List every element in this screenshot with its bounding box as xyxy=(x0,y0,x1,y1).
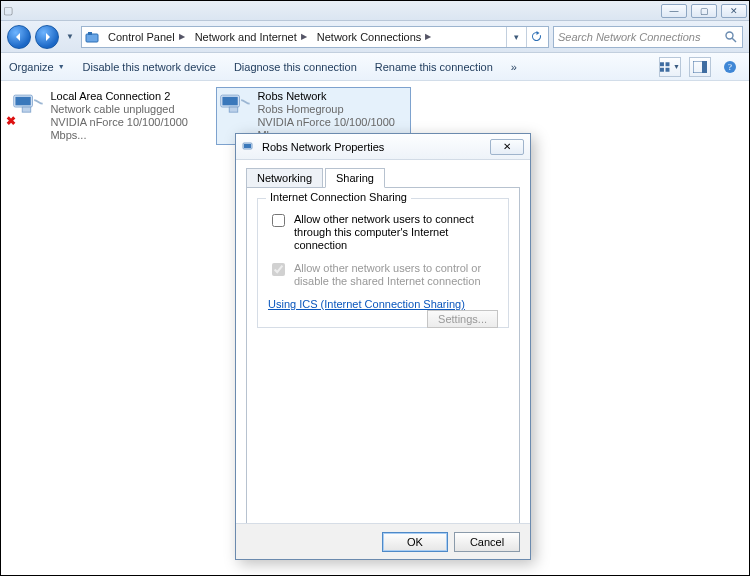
refresh-button[interactable] xyxy=(526,27,546,47)
chevron-right-icon[interactable]: ▶ xyxy=(423,32,433,41)
preview-pane-button[interactable] xyxy=(689,57,711,77)
svg-text:?: ? xyxy=(728,62,732,72)
overflow-button[interactable]: » xyxy=(511,61,517,73)
search-icon xyxy=(724,30,738,44)
tab-sharing[interactable]: Sharing xyxy=(325,168,385,188)
allow-control-checkbox xyxy=(272,263,285,276)
svg-line-3 xyxy=(732,38,736,42)
address-dropdown[interactable]: ▾ xyxy=(506,27,526,47)
nic-icon: ✖ xyxy=(12,90,44,124)
button-label: Cancel xyxy=(470,536,504,548)
location-icon xyxy=(84,29,100,45)
forward-button[interactable] xyxy=(35,25,59,49)
connection-status: Robs Homegroup xyxy=(257,103,408,116)
overflow-label: » xyxy=(511,61,517,73)
button-label: Settings... xyxy=(438,313,487,325)
menu-label: Organize xyxy=(9,61,54,73)
crumb-network-internet[interactable]: Network and Internet ▶ xyxy=(191,27,313,47)
crumb-control-panel[interactable]: Control Panel ▶ xyxy=(104,27,191,47)
disable-device-button[interactable]: Disable this network device xyxy=(83,61,216,73)
button-label: Disable this network device xyxy=(83,61,216,73)
chevron-down-icon: ▼ xyxy=(58,63,65,70)
history-dropdown[interactable]: ▼ xyxy=(63,28,77,46)
chevron-right-icon[interactable]: ▶ xyxy=(299,32,309,41)
ics-help-link[interactable]: Using ICS (Internet Connection Sharing) xyxy=(268,298,465,310)
caption-buttons: — ▢ ✕ xyxy=(661,4,747,18)
help-button[interactable]: ? xyxy=(719,57,741,77)
back-button[interactable] xyxy=(7,25,31,49)
error-icon: ✖ xyxy=(6,114,18,126)
breadcrumb-bar[interactable]: Control Panel ▶ Network and Internet ▶ N… xyxy=(81,26,549,48)
ok-button[interactable]: OK xyxy=(382,532,448,552)
settings-button: Settings... xyxy=(427,310,498,328)
chevron-right-icon[interactable]: ▶ xyxy=(177,32,187,41)
svg-rect-4 xyxy=(660,62,664,66)
tab-networking[interactable]: Networking xyxy=(246,168,323,188)
allow-connect-checkbox[interactable] xyxy=(272,214,285,227)
dialog-title: Robs Network Properties xyxy=(262,141,384,153)
link-label: Using ICS (Internet Connection Sharing) xyxy=(268,298,465,310)
crumb-label: Network and Internet xyxy=(195,31,297,43)
dialog-footer: OK Cancel xyxy=(236,523,530,559)
rename-button[interactable]: Rename this connection xyxy=(375,61,493,73)
chevron-down-icon: ▼ xyxy=(673,63,680,70)
svg-rect-0 xyxy=(86,34,98,42)
svg-rect-1 xyxy=(88,32,92,35)
organize-menu[interactable]: Organize ▼ xyxy=(9,61,65,73)
dialog-close-button[interactable]: ✕ xyxy=(490,139,524,155)
svg-point-2 xyxy=(726,32,733,39)
help-icon: ? xyxy=(723,60,737,74)
command-bar: Organize ▼ Disable this network device D… xyxy=(1,53,749,81)
nav-bar: ▼ Control Panel ▶ Network and Internet ▶… xyxy=(1,21,749,53)
arrow-right-icon xyxy=(41,31,53,43)
close-button[interactable]: ✕ xyxy=(721,4,747,18)
dialog-titlebar[interactable]: Robs Network Properties ✕ xyxy=(236,134,530,160)
properties-dialog: Robs Network Properties ✕ Networking Sha… xyxy=(235,133,531,560)
svg-rect-13 xyxy=(15,97,30,106)
ics-groupbox: Internet Connection Sharing Allow other … xyxy=(257,198,509,328)
cancel-button[interactable]: Cancel xyxy=(454,532,520,552)
crumb-network-connections[interactable]: Network Connections ▶ xyxy=(313,27,438,47)
nic-small-icon xyxy=(242,140,256,154)
window-title: ▢ xyxy=(3,4,17,17)
pane-icon xyxy=(693,61,707,73)
group-legend: Internet Connection Sharing xyxy=(266,191,411,203)
window-titlebar: ▢ — ▢ ✕ xyxy=(1,1,749,21)
tab-label: Networking xyxy=(257,172,312,184)
view-options-button[interactable]: ▼ xyxy=(659,57,681,77)
button-label: OK xyxy=(407,536,423,548)
arrow-left-icon xyxy=(13,31,25,43)
svg-rect-16 xyxy=(222,97,237,106)
tab-label: Sharing xyxy=(336,172,374,184)
svg-rect-7 xyxy=(666,67,670,71)
refresh-icon xyxy=(531,31,542,42)
svg-rect-6 xyxy=(660,67,664,71)
search-placeholder: Search Network Connections xyxy=(558,31,700,43)
tab-strip: Networking Sharing xyxy=(246,168,520,188)
connection-device: NVIDIA nForce 10/100/1000 Mbps... xyxy=(50,116,201,142)
checkbox-label: Allow other network users to control or … xyxy=(294,262,498,288)
maximize-button[interactable]: ▢ xyxy=(691,4,717,18)
button-label: Rename this connection xyxy=(375,61,493,73)
button-label: Diagnose this connection xyxy=(234,61,357,73)
view-icon xyxy=(660,61,671,73)
allow-control-row: Allow other network users to control or … xyxy=(268,262,498,288)
checkbox-label: Allow other network users to connect thr… xyxy=(294,213,498,252)
connection-name: Robs Network xyxy=(257,90,408,103)
svg-rect-5 xyxy=(666,62,670,66)
connection-status: Network cable unplugged xyxy=(50,103,201,116)
connection-item[interactable]: ✖ Local Area Connection 2 Network cable … xyxy=(9,87,204,145)
svg-rect-17 xyxy=(229,107,238,112)
connection-name: Local Area Connection 2 xyxy=(50,90,201,103)
app-icon: ▢ xyxy=(3,4,13,17)
diagnose-button[interactable]: Diagnose this connection xyxy=(234,61,357,73)
nic-icon xyxy=(219,90,251,124)
crumb-label: Network Connections xyxy=(317,31,422,43)
tab-content: Internet Connection Sharing Allow other … xyxy=(246,187,520,533)
svg-rect-19 xyxy=(244,144,251,148)
allow-connect-row: Allow other network users to connect thr… xyxy=(268,213,498,252)
search-box[interactable]: Search Network Connections xyxy=(553,26,743,48)
svg-rect-14 xyxy=(22,107,31,112)
svg-rect-9 xyxy=(702,61,707,73)
minimize-button[interactable]: — xyxy=(661,4,687,18)
